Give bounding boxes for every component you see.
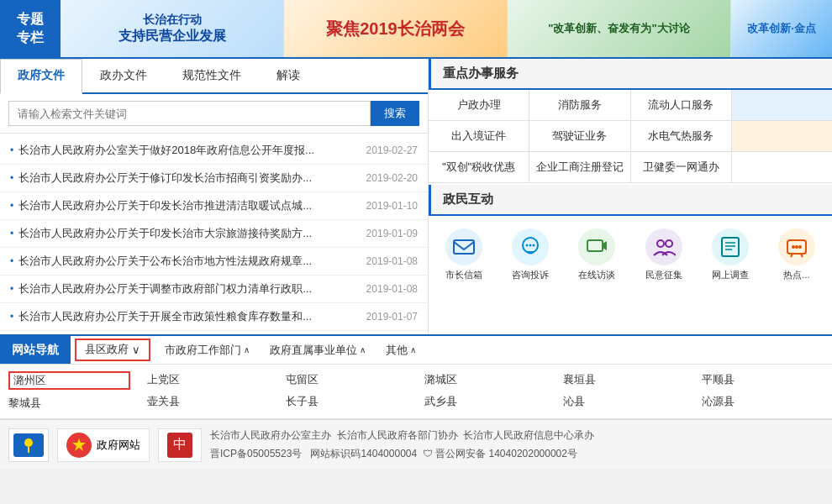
news-date-4: 2019-01-09 (366, 228, 418, 239)
news-item-5[interactable]: • 长治市人民政府办公厅关于公布长治市地方性法规政府规章... 2019-01-… (0, 248, 428, 276)
svg-marker-21 (72, 438, 86, 451)
news-bullet: • (10, 200, 13, 212)
icon-zixuntousu[interactable]: 咨询投诉 (499, 224, 561, 286)
svg-point-17 (795, 245, 798, 249)
nav-site-label: 网站导航 (0, 336, 71, 364)
news-item-2[interactable]: • 长治市人民政府办公厅关于修订印发长治市招商引资奖励办... 2019-02-… (0, 165, 428, 192)
county-xiangyuan[interactable]: 襄垣县 (563, 371, 685, 388)
county-tunliuqu[interactable]: 屯留区 (286, 371, 408, 388)
service-jiashi[interactable]: 驾驶证业务 (529, 121, 630, 152)
news-bullet: • (10, 228, 13, 239)
news-title-3[interactable]: 长治市人民政府办公厅关于印发长治市推进清洁取暖试点城... (18, 198, 357, 213)
svg-point-7 (657, 240, 664, 247)
svg-rect-0 (454, 240, 474, 254)
footer-cohost: 长治市人民政府各部门协办 (337, 429, 458, 441)
news-bullet: • (10, 311, 13, 323)
nav-item-zhishu[interactable]: 政府直属事业单位 ∧ (260, 336, 376, 364)
news-item-7[interactable]: • 长治市人民政府办公厅关于开展全市政策性粮食库存数量和... 2019-01-… (0, 303, 428, 331)
nav-arrow1: ∧ (244, 345, 250, 354)
news-item-1[interactable]: • 长治市人民政府办公室关于做好2018年政府信息公开年度报... 2019-0… (0, 137, 428, 165)
county-huguan[interactable]: 壶关县 (147, 393, 269, 410)
nav-arrow2: ∧ (360, 345, 366, 354)
footer-zhongguo[interactable]: 中 (158, 428, 202, 462)
county-pingshunxian[interactable]: 平顺县 (702, 371, 824, 388)
footer-icp[interactable]: 晋ICP备05005523号 (210, 448, 302, 459)
banner-text2: 聚焦2019长治两会 (326, 19, 465, 38)
county-col-2: 上党区 壶关县 (139, 371, 277, 412)
tab-guifanxing-wenjian[interactable]: 规范性文件 (165, 59, 259, 92)
service-shuishou[interactable]: "双创"税收优惠 (429, 152, 529, 183)
county-lichengxian[interactable]: 黎城县 (8, 395, 130, 412)
news-date-5: 2019-01-08 (366, 255, 418, 267)
news-item-3[interactable]: • 长治市人民政府办公厅关于印发长治市推进清洁取暖试点城... 2019-01-… (0, 192, 428, 220)
news-title-7[interactable]: 长治市人民政府办公厅关于开展全市政策性粮食库存数量和... (18, 309, 357, 324)
service-huzheng[interactable]: 户政办理 (429, 90, 529, 121)
news-date-2: 2019-02-20 (366, 172, 418, 184)
banner-minying[interactable]: 长治在行动 支持民营企业发展 (61, 0, 284, 57)
nav-arrow3: ∧ (410, 345, 416, 354)
search-input[interactable] (8, 101, 371, 126)
svg-point-3 (529, 244, 532, 247)
news-title-2[interactable]: 长治市人民政府办公厅关于修订印发长治市招商引资奖励办... (18, 171, 357, 186)
left-panel: 政府文件 政办文件 规范性文件 解读 搜索 • 长治市人民政府办公室关于做好20… (0, 59, 429, 334)
news-item-6[interactable]: • 长治市人民政府办公厅关于调整市政府部门权力清单行政职... 2019-01-… (0, 276, 428, 303)
zixuntousu-label: 咨询投诉 (512, 269, 549, 281)
county-wuxiangxian[interactable]: 武乡县 (424, 393, 546, 410)
footer-gov-logo[interactable]: 政府网站 (57, 428, 150, 462)
zaixianfangtan-label: 在线访谈 (578, 269, 615, 281)
service-liudong[interactable]: 流动人口服务 (631, 90, 732, 121)
svg-point-18 (798, 245, 802, 249)
icon-redian[interactable]: 热点... (766, 224, 828, 286)
banner-title1: 长治在行动 (118, 13, 226, 28)
news-title-5[interactable]: 长治市人民政府办公厅关于公布长治市地方性法规政府规章... (18, 254, 357, 269)
footer-logo[interactable] (8, 428, 49, 462)
service-weijian[interactable]: 卫健委一网通办 (631, 152, 732, 183)
tab-zhengfu-wenjian[interactable]: 政府文件 (0, 59, 82, 94)
county-luzhouqu[interactable]: 潞州区 (8, 371, 130, 390)
county-qinxian[interactable]: 沁县 (563, 393, 685, 410)
banner-reform[interactable]: 改革创新·金点 (731, 0, 832, 57)
shizhangxinxiang-icon (445, 228, 482, 265)
zhuanti-line1: 专题 (17, 10, 44, 29)
svg-point-2 (526, 244, 529, 247)
county-qinyuanxian[interactable]: 沁源县 (702, 393, 824, 410)
news-item-4[interactable]: • 长治市人民政府办公厅关于印发长治市大宗旅游接待奖励方... 2019-01-… (0, 220, 428, 248)
search-button[interactable]: 搜索 (371, 101, 419, 126)
tab-jiedu[interactable]: 解读 (259, 59, 318, 92)
service-churujing[interactable]: 出入境证件 (429, 121, 529, 152)
interactive-icons: 市长信箱 咨询投诉 在线访谈 民意征集 (429, 216, 832, 294)
nav-item-szhengfu[interactable]: 市政府工作部门 ∧ (155, 336, 260, 364)
banner-text3: "改革创新、奋发有为"大讨论 (548, 22, 689, 34)
service-xiaofang[interactable]: 消防服务 (529, 90, 630, 121)
county-col-3: 屯留区 长子县 (277, 371, 416, 412)
news-title-6[interactable]: 长治市人民政府办公厅关于调整市政府部门权力清单行政职... (18, 281, 357, 297)
zhuanti-line2: 专栏 (17, 29, 44, 47)
banner-lianghuai[interactable]: 聚焦2019长治两会 (284, 0, 508, 57)
security-shield-icon: 🛡 (423, 448, 433, 459)
nav-county-dropdown[interactable]: 县区政府 ∨ (75, 339, 150, 360)
svg-point-8 (666, 240, 672, 247)
icon-minyizhengji[interactable]: 民意征集 (633, 224, 695, 286)
banner-sub1: 支持民营企业发展 (118, 28, 226, 45)
zhongguo-icon: 中 (167, 433, 192, 458)
county-luchengqu[interactable]: 潞城区 (424, 371, 546, 388)
news-title-1[interactable]: 长治市人民政府办公室关于做好2018年政府信息公开年度报... (18, 143, 357, 158)
service-gongshang[interactable]: 企业工商注册登记 (529, 152, 630, 183)
tab-zhengban-wenjian[interactable]: 政办文件 (82, 59, 165, 92)
nav-item-qita[interactable]: 其他 ∧ (376, 336, 426, 364)
banner-text4: 改革创新·金点 (747, 21, 816, 36)
county-shangdangqu[interactable]: 上党区 (147, 371, 269, 388)
icon-zaixianfangtan[interactable]: 在线访谈 (566, 224, 628, 286)
icon-wangshangdiaocha[interactable]: 网上调查 (699, 224, 761, 286)
county-changzixian[interactable]: 长子县 (286, 393, 408, 410)
icon-shizhangxinxiang[interactable]: 市长信箱 (433, 224, 495, 286)
wangshangdiaocha-icon (712, 228, 749, 265)
banner-gaige[interactable]: "改革创新、奋发有为"大讨论 (508, 0, 731, 57)
service-row-2: 出入境证件 驾驶证业务 水电气热服务 (429, 121, 832, 152)
service-row-1: 户政办理 消防服务 流动人口服务 (429, 90, 832, 121)
news-title-4[interactable]: 长治市人民政府办公厅关于印发长治市大宗旅游接待奖励方... (18, 226, 357, 241)
service-shuidian[interactable]: 水电气热服务 (631, 121, 732, 152)
interactive-section-title: 政民互动 (429, 185, 832, 216)
zhuanti-logo: 专题 专栏 (0, 0, 61, 57)
redian-icon (778, 228, 815, 265)
